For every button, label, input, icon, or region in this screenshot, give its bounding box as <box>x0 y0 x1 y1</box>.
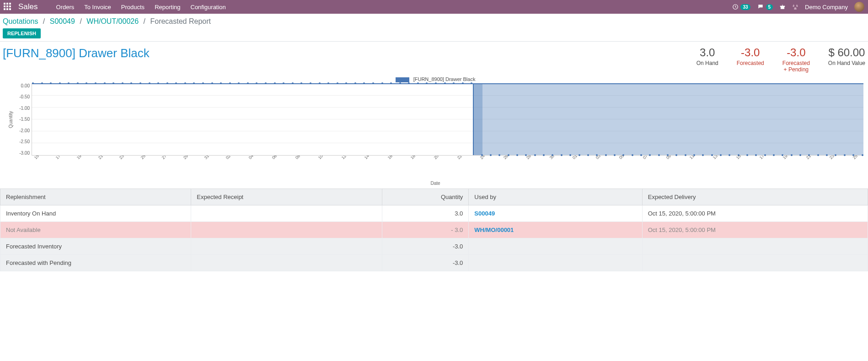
user-avatar[interactable] <box>854 2 864 12</box>
table-row: Inventory On Hand3.0S00049Oct 15, 2020, … <box>0 205 868 221</box>
stats: 3.0 On Hand -3.0 Forecasted -3.0 Forecas… <box>697 46 865 73</box>
col-used-by: Used by <box>469 189 642 205</box>
top-navbar: Sales Orders To Invoice Products Reporti… <box>0 0 868 14</box>
product-title[interactable]: [FURN_8900] Drawer Black <box>3 46 687 73</box>
svg-rect-3 <box>782 5 782 9</box>
legend-swatch-icon <box>396 77 409 82</box>
chart-ylabel: Quantity <box>7 83 14 156</box>
activity-badge: 33 <box>740 4 750 10</box>
col-quantity: Quantity <box>382 189 469 205</box>
table-row: Forecasted Inventory-3.0 <box>0 238 868 254</box>
nav-products[interactable]: Products <box>121 4 145 11</box>
forecast-chart: [FURN_8900] Drawer Black Quantity 0.00-0… <box>0 73 868 187</box>
col-expected-delivery: Expected Delivery <box>642 189 868 205</box>
nav-right: 33 5 Demo Company <box>732 2 864 12</box>
breadcrumb: Quotations / S00049 / WH/OUT/00026 / For… <box>3 17 865 26</box>
chart-line-flat <box>32 83 473 84</box>
messages-icon[interactable]: 5 <box>757 4 773 10</box>
replenish-button[interactable]: REPLENISH <box>3 28 41 38</box>
nav-to-invoice[interactable]: To Invoice <box>84 4 111 11</box>
chart-legend: [FURN_8900] Drawer Black <box>7 75 863 83</box>
link-WH/MO/00001[interactable]: WH/MO/00001 <box>474 226 514 233</box>
messages-badge: 5 <box>766 4 773 10</box>
stat-forecasted-pending[interactable]: -3.0 Forecasted + Pending <box>782 46 810 73</box>
legend-label: [FURN_8900] Drawer Black <box>413 76 476 82</box>
stat-on-hand-value[interactable]: $ 60.00 On Hand Value <box>828 46 865 73</box>
stat-on-hand[interactable]: 3.0 On Hand <box>697 46 718 73</box>
crumb-order[interactable]: S00049 <box>50 17 75 25</box>
nav-menu: Orders To Invoice Products Reporting Con… <box>56 4 733 11</box>
forecast-table: Replenishment Expected Receipt Quantity … <box>0 189 868 271</box>
activity-icon[interactable]: 33 <box>732 4 750 10</box>
crumb-current: Forecasted Report <box>150 17 211 25</box>
tools-icon[interactable] <box>792 4 798 10</box>
nav-configuration[interactable]: Configuration <box>191 4 226 11</box>
control-panel: Quotations / S00049 / WH/OUT/00026 / For… <box>0 14 868 42</box>
apps-icon[interactable] <box>4 3 12 11</box>
link-S00049[interactable]: S00049 <box>474 210 495 217</box>
chart-xlabel: Date <box>7 181 863 186</box>
nav-orders[interactable]: Orders <box>56 4 75 11</box>
nav-reporting[interactable]: Reporting <box>155 4 180 11</box>
stat-forecasted[interactable]: -3.0 Forecasted <box>737 46 764 73</box>
chart-xaxis: 15 Jul 202017 Jul 202019 Jul 202021 Jul … <box>32 156 863 181</box>
crumb-transfer[interactable]: WH/OUT/00026 <box>86 17 139 25</box>
chart-yaxis: 0.00-0.50-1.00-1.50-2.00-2.50-3.00 <box>14 83 32 156</box>
header-row: [FURN_8900] Drawer Black 3.0 On Hand -3.… <box>0 42 868 73</box>
col-expected-receipt: Expected Receipt <box>191 189 382 205</box>
chart-plot[interactable] <box>32 83 863 156</box>
app-name[interactable]: Sales <box>18 2 38 11</box>
table-row: Not Available- 3.0WH/MO/00001Oct 15, 202… <box>0 221 868 238</box>
table-row: Forecasted with Pending-3.0 <box>0 254 868 271</box>
chart-area-fill <box>473 83 863 155</box>
col-replenishment: Replenishment <box>0 189 191 205</box>
company-name[interactable]: Demo Company <box>805 4 848 11</box>
crumb-quotations[interactable]: Quotations <box>3 17 38 25</box>
gift-icon[interactable] <box>779 4 786 10</box>
